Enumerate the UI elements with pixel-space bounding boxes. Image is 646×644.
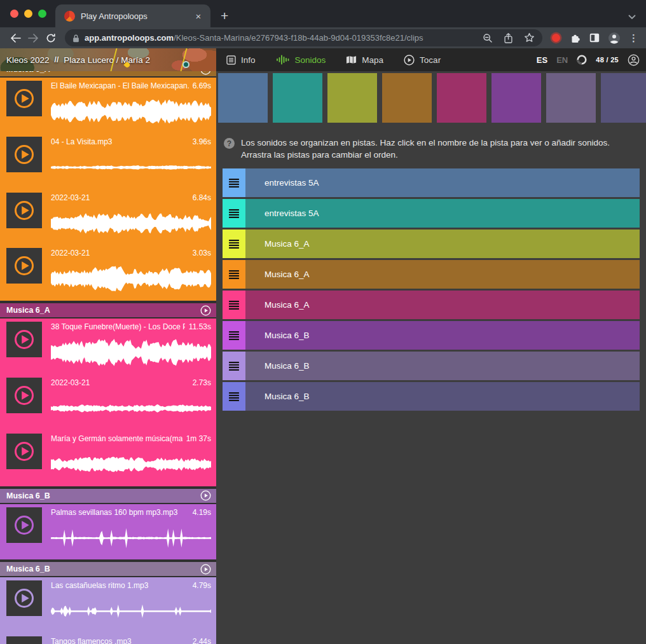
tab-search-chevron-icon[interactable] <box>628 15 636 20</box>
tab-close-icon[interactable]: × <box>193 11 204 22</box>
play-icon <box>13 587 35 609</box>
nav-item-tocar[interactable]: Tocar <box>404 55 441 65</box>
section-play-circle-icon[interactable] <box>200 564 211 575</box>
close-window-button[interactable] <box>10 10 18 18</box>
drag-handle[interactable] <box>223 321 245 350</box>
minimize-window-button[interactable] <box>24 10 32 18</box>
breadcrumb-separator: // <box>55 55 59 64</box>
help-question-icon[interactable]: ? <box>224 138 235 149</box>
track-section-header[interactable]: Musica 6_B <box>0 562 216 576</box>
nav-item-info[interactable]: Info <box>226 55 256 65</box>
lang-toggle-en[interactable]: EN <box>556 55 568 65</box>
clip-row[interactable]: Tangos flamencos .mp3 2.44s <box>0 633 216 644</box>
lock-icon <box>72 34 79 43</box>
clip-play-button[interactable] <box>6 322 42 357</box>
clip-play-button[interactable] <box>6 636 42 644</box>
clip-play-button[interactable] <box>6 248 42 284</box>
section-play-circle-icon[interactable] <box>200 305 211 316</box>
track-body[interactable]: Musica 6_B <box>245 352 640 380</box>
bookmark-star-icon[interactable] <box>524 32 535 43</box>
browser-tab[interactable]: Play Antropoloops × <box>55 4 210 27</box>
track-color-swatch[interactable] <box>601 73 646 123</box>
track-row[interactable]: Musica 6_A <box>223 230 640 258</box>
reload-button[interactable] <box>42 29 60 47</box>
drag-handle[interactable] <box>223 230 245 258</box>
clip-row[interactable]: El Baile Mexicapan - El Baile Mexicapan.… <box>0 78 216 134</box>
track-row[interactable]: Musica 6_A <box>223 291 640 319</box>
track-body[interactable]: Musica 6_A <box>245 260 640 289</box>
drag-handle[interactable] <box>223 260 245 289</box>
clip-play-button[interactable] <box>6 137 42 172</box>
drag-handle[interactable] <box>223 382 245 411</box>
clip-row[interactable]: Las castañuelas ritmo 1.mp3 4.79s <box>0 577 216 633</box>
track-color-swatch[interactable] <box>437 73 486 123</box>
track-color-swatch[interactable] <box>491 73 541 123</box>
recording-extension-icon[interactable] <box>552 34 560 42</box>
track-body[interactable]: Musica 6_B <box>245 382 640 411</box>
lang-toggle-es[interactable]: ES <box>537 55 547 65</box>
track-section-header[interactable]: Musica 6_A <box>0 303 216 317</box>
track-body[interactable]: Musica 6_A <box>245 230 640 258</box>
clip-play-button[interactable] <box>6 193 42 228</box>
nav-item-sonidos[interactable]: Sonidos <box>276 55 326 65</box>
track-color-swatch[interactable] <box>382 73 432 123</box>
drag-handle[interactable] <box>223 168 245 197</box>
waveform <box>51 93 211 130</box>
back-button[interactable] <box>6 29 24 47</box>
clip-play-button[interactable] <box>6 507 42 543</box>
clip-play-button[interactable] <box>6 434 42 469</box>
extensions-puzzle-icon[interactable] <box>570 33 581 43</box>
clip-row[interactable]: Palmas sevillanas 160 bpm mp3.mp3 4.19s <box>0 504 216 560</box>
zoom-window-button[interactable] <box>38 10 46 18</box>
clip-row[interactable]: 2022-03-21 2.73s <box>0 374 216 430</box>
drag-handle[interactable] <box>223 291 245 319</box>
track-body[interactable]: entrevistas 5A <box>245 199 640 228</box>
map-thumbnail-breadcrumb: Kleos 2022 // Plaza Lucero / María 2 <box>0 48 216 71</box>
sidebar-track-section: Musica 6_A El Baile Mexicapan - El Baile… <box>0 71 216 301</box>
track-color-swatch[interactable] <box>327 73 377 123</box>
zoom-page-icon[interactable] <box>483 33 493 43</box>
track-color-swatch[interactable] <box>273 73 322 123</box>
track-color-swatch[interactable] <box>546 73 596 123</box>
clip-row[interactable]: 04 - La Visita.mp3 3.96s <box>0 134 216 189</box>
clip-row[interactable]: 38 Toque Funebre(Muerte) - Los Doce Par.… <box>0 319 216 374</box>
track-body[interactable]: Musica 6_B <box>245 321 640 350</box>
clip-row[interactable]: 2022-03-21 3.03s <box>0 245 216 301</box>
track-row[interactable]: Musica 6_B <box>223 382 640 411</box>
section-play-circle-icon[interactable] <box>200 71 211 75</box>
address-bar[interactable]: app.antropoloops.com /Kleos-Santa-Marina… <box>65 29 542 46</box>
clip-play-button[interactable] <box>6 81 42 116</box>
browser-menu-icon[interactable]: ⋮ <box>629 32 638 44</box>
clip-row[interactable]: 2022-03-21 6.84s <box>0 189 216 245</box>
nav-item-mapa[interactable]: Mapa <box>346 55 383 65</box>
forward-button[interactable] <box>24 29 42 47</box>
breadcrumb-project[interactable]: Kleos 2022 <box>6 55 50 65</box>
account-avatar-icon[interactable] <box>628 54 640 66</box>
clip-play-button[interactable] <box>6 378 42 413</box>
browser-profile-avatar[interactable] <box>608 32 621 45</box>
drag-handle[interactable] <box>223 352 245 380</box>
track-row[interactable]: entrevistas 5A <box>223 168 640 197</box>
track-row[interactable]: Musica 6_A <box>223 260 640 289</box>
clip-duration: 4.19s <box>193 508 211 517</box>
track-section-header[interactable]: Musica 6_A <box>0 71 216 76</box>
track-name: Musica 6_B <box>265 392 310 401</box>
share-icon[interactable] <box>504 32 513 44</box>
track-color-swatch[interactable] <box>218 73 268 123</box>
clip-play-button[interactable] <box>6 580 42 616</box>
sync-spinner-icon <box>577 55 587 65</box>
track-row[interactable]: Musica 6_B <box>223 321 640 350</box>
track-row[interactable]: Musica 6_B <box>223 352 640 380</box>
clip-body: Tangos flamencos .mp3 2.44s <box>42 636 211 644</box>
track-body[interactable]: Musica 6_A <box>245 291 640 319</box>
section-play-circle-icon[interactable] <box>200 490 211 501</box>
clip-title: El Baile Mexicapan - El Baile Mexicapan.… <box>51 81 189 91</box>
track-swatch-row <box>218 73 646 123</box>
new-tab-button[interactable]: + <box>221 8 228 24</box>
track-row[interactable]: entrevistas 5A <box>223 199 640 228</box>
track-body[interactable]: entrevistas 5A <box>245 168 640 197</box>
track-section-header[interactable]: Musica 6_B <box>0 489 216 503</box>
clip-row[interactable]: María y Germán solamente música(maría 2.… <box>0 430 216 486</box>
drag-handle[interactable] <box>223 199 245 228</box>
side-panel-icon[interactable] <box>589 33 600 43</box>
